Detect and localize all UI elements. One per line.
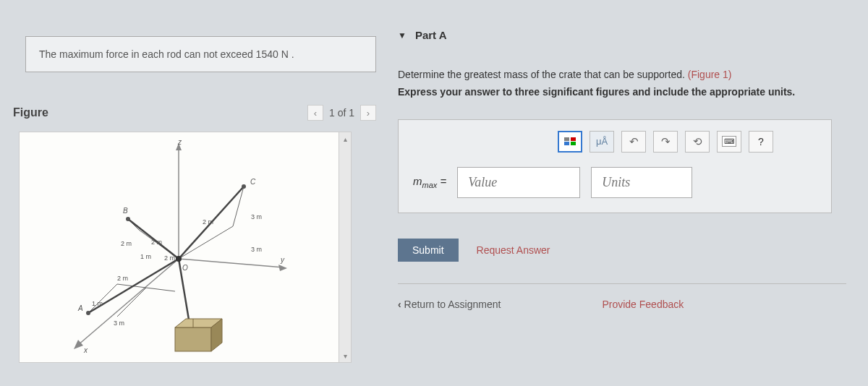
svg-text:2 m: 2 m (117, 275, 128, 282)
svg-line-2 (179, 259, 284, 267)
figure-link[interactable]: (Figure 1) (688, 69, 732, 80)
svg-text:B: B (123, 207, 128, 215)
svg-point-20 (126, 217, 130, 221)
feedback-link[interactable]: Provide Feedback (602, 299, 684, 310)
submit-button[interactable]: Submit (398, 239, 459, 262)
symbols-button[interactable]: μÅ (590, 131, 614, 153)
svg-text:z: z (177, 138, 182, 146)
svg-text:3 m: 3 m (251, 246, 262, 253)
svg-text:1 m: 1 m (140, 253, 151, 260)
svg-text:2 m: 2 m (121, 240, 132, 247)
figure-title: Figure (13, 106, 48, 119)
scroll-up-icon[interactable]: ▴ (341, 134, 349, 144)
problem-statement: The maximum force in each rod can not ex… (25, 36, 376, 72)
svg-text:A: A (77, 304, 83, 312)
figure-diagram: C B A O z y x 3 m 2 m 3 m 2 m 2 m 1 m 2 … (52, 136, 305, 353)
svg-text:3 m: 3 m (114, 319, 124, 327)
svg-text:2 m: 2 m (203, 218, 213, 226)
answer-panel: μÅ ↶ ↷ ⟲ ⌨ ? mmax = (398, 119, 832, 213)
instruction-line1: Determine the greatest mass of the crate… (398, 69, 688, 80)
reset-icon: ⟲ (693, 135, 702, 148)
figure-pager: ‹ 1 of 1 › (307, 105, 376, 121)
collapse-icon[interactable]: ▼ (398, 30, 407, 40)
templates-button[interactable] (558, 131, 582, 153)
svg-text:1 m: 1 m (92, 300, 103, 307)
reset-button[interactable]: ⟲ (685, 131, 710, 153)
request-answer-link[interactable]: Request Answer (477, 244, 550, 256)
right-column: ▼ Part A Determine the greatest mass of … (398, 11, 861, 386)
svg-point-21 (86, 311, 90, 315)
help-button[interactable]: ? (749, 131, 773, 153)
undo-icon: ↶ (629, 135, 639, 148)
pager-prev-button[interactable]: ‹ (307, 105, 323, 121)
svg-marker-3 (278, 265, 287, 271)
svg-rect-22 (175, 327, 211, 351)
svg-text:O: O (182, 264, 188, 272)
svg-line-9 (146, 288, 175, 291)
undo-button[interactable]: ↶ (621, 131, 646, 153)
pager-text: 1 of 1 (329, 107, 354, 119)
svg-text:x: x (83, 346, 88, 353)
chevron-left-icon: ‹ (398, 299, 404, 310)
redo-button[interactable]: ↷ (653, 131, 678, 153)
keyboard-icon: ⌨ (722, 136, 736, 147)
return-link[interactable]: ‹ Return to Assignment (398, 299, 501, 310)
instruction-line2: Express your answer to three significant… (398, 84, 861, 101)
redo-icon: ↷ (661, 135, 671, 148)
svg-line-12 (179, 226, 233, 259)
pager-next-button[interactable]: › (360, 105, 376, 121)
svg-text:2 m: 2 m (151, 239, 162, 246)
svg-point-19 (242, 184, 246, 189)
templates-icon (564, 137, 576, 145)
figure-viewport: ▴ ▾ (19, 132, 352, 363)
svg-text:3 m: 3 m (251, 213, 262, 220)
variable-label: mmax = (413, 175, 446, 189)
svg-text:2 m: 2 m (164, 254, 175, 262)
value-input[interactable] (457, 167, 580, 198)
units-input[interactable] (591, 167, 692, 198)
svg-text:C: C (250, 178, 256, 186)
svg-point-18 (176, 256, 182, 262)
left-column: The maximum force in each rod can not ex… (7, 11, 376, 386)
svg-text:y: y (280, 256, 285, 264)
answer-toolbar: μÅ ↶ ↷ ⟲ ⌨ ? (413, 131, 817, 153)
scroll-down-icon[interactable]: ▾ (341, 351, 349, 361)
part-title: Part A (415, 29, 447, 41)
keyboard-button[interactable]: ⌨ (717, 131, 741, 153)
instructions: Determine the greatest mass of the crate… (398, 67, 861, 101)
